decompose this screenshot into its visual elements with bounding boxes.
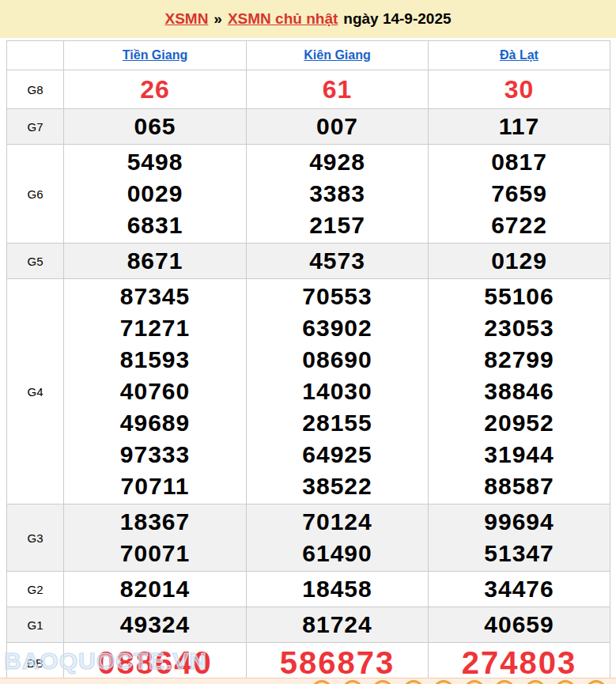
result-value: 18367 — [64, 506, 246, 538]
result-value: 31944 — [429, 439, 610, 470]
xsmn-sunday-link[interactable]: XSMN chủ nhật — [228, 10, 338, 28]
result-cell: 1836770071 — [64, 504, 247, 572]
result-cell: 549800296831 — [64, 145, 247, 244]
result-value: 23053 — [429, 312, 610, 344]
result-value: 4573 — [247, 245, 428, 277]
result-value: 30 — [429, 72, 610, 107]
result-cell: 007 — [247, 109, 429, 145]
result-value: 117 — [429, 111, 610, 142]
province-link-kien-giang[interactable]: Kiên Giang — [304, 48, 370, 62]
prize-label: G5 — [7, 244, 64, 279]
result-value: 63902 — [247, 312, 428, 344]
lotto-ball-icon — [372, 680, 393, 684]
table-header-row: Tiền Giang Kiên Giang Đà Lạt — [7, 41, 610, 70]
result-value: 40659 — [429, 609, 610, 641]
result-value: 7659 — [429, 178, 610, 210]
lotto-ball-icon — [555, 680, 576, 684]
province-header-cell: Tiền Giang — [64, 41, 247, 70]
result-value: 70124 — [247, 506, 428, 538]
lotto-ball-icon — [342, 680, 363, 684]
province-link-tien-giang[interactable]: Tiền Giang — [123, 48, 187, 62]
breadcrumb-separator: » — [214, 10, 222, 28]
result-value: 51347 — [429, 538, 610, 569]
province-header-cell: Đà Lạt — [429, 41, 610, 70]
result-value: 065 — [64, 111, 246, 142]
result-value: 3383 — [247, 178, 428, 210]
result-value: 88587 — [429, 470, 610, 502]
result-value: 87345 — [64, 281, 246, 312]
result-value: 0029 — [64, 178, 246, 210]
result-value: 38522 — [247, 470, 428, 502]
result-value: 6722 — [429, 210, 610, 241]
prize-label: G8 — [7, 70, 64, 109]
result-value: 38846 — [429, 376, 610, 407]
prize-label: G6 — [7, 145, 64, 244]
prize-label: G7 — [7, 109, 64, 145]
result-cell: 70553639020869014030281556492538522 — [247, 279, 429, 504]
result-value: 82014 — [64, 573, 246, 605]
result-value: 274803 — [429, 644, 610, 682]
table-row: G6549800296831492833832157081776596722 — [7, 145, 610, 244]
result-value: 20952 — [429, 407, 610, 439]
result-value: 08690 — [247, 344, 428, 376]
lotto-ball-icon — [494, 680, 515, 684]
table-row: G3183677007170124614909969451347 — [7, 504, 610, 572]
result-value: 61490 — [247, 538, 428, 569]
result-value: 40760 — [64, 376, 246, 407]
result-value: 97333 — [64, 439, 246, 470]
result-value: 0129 — [429, 245, 610, 277]
table-row: G7065007117 — [7, 109, 610, 145]
result-cell: 492833832157 — [247, 145, 429, 244]
province-header-cell: Kiên Giang — [247, 41, 429, 70]
result-value: 6831 — [64, 210, 246, 241]
lotto-ball-icon — [525, 680, 546, 684]
result-value: 70553 — [247, 281, 428, 312]
table-row: G8266130 — [7, 70, 610, 109]
table-row: G487345712718159340760496899733370711705… — [7, 279, 610, 504]
lotto-ball-icon — [312, 680, 332, 684]
result-value: 82799 — [429, 344, 610, 376]
result-value: 2157 — [247, 210, 428, 241]
page-header: XSMN » XSMN chủ nhật ngày 14-9-2025 — [0, 0, 616, 38]
result-cell: 30 — [429, 70, 610, 109]
result-value: 28155 — [247, 407, 428, 439]
lotto-ball-icon — [403, 680, 424, 684]
result-value: 49689 — [64, 407, 246, 439]
result-value: 55106 — [429, 281, 610, 312]
result-cell: 55106230538279938846209523194488587 — [429, 279, 610, 504]
lotto-ball-strip — [0, 678, 616, 684]
result-value: 8671 — [64, 245, 246, 277]
result-value: 81593 — [64, 344, 246, 376]
result-value: 64925 — [247, 439, 428, 470]
result-value: 34476 — [429, 573, 610, 605]
province-link-da-lat[interactable]: Đà Lạt — [500, 48, 539, 62]
result-value: 49324 — [64, 609, 246, 641]
result-cell: 26 — [64, 70, 247, 109]
table-row: G5867145730129 — [7, 244, 610, 279]
result-value: 71271 — [64, 312, 246, 344]
prize-label: G1 — [7, 607, 64, 643]
result-value: 70711 — [64, 470, 246, 502]
results-table: Tiền Giang Kiên Giang Đà Lạt G8266130G70… — [6, 40, 610, 684]
result-value: 18458 — [247, 573, 428, 605]
result-value: 586873 — [247, 644, 428, 682]
xsmn-breadcrumb-link[interactable]: XSMN — [164, 10, 208, 28]
result-cell: 40659 — [429, 607, 610, 643]
result-cell: 117 — [429, 109, 610, 145]
result-cell: 82014 — [64, 572, 247, 607]
result-cell: 81724 — [247, 607, 429, 643]
table-row: G1493248172440659 — [7, 607, 610, 643]
result-cell: 34476 — [429, 572, 610, 607]
result-value: 26 — [64, 72, 246, 107]
prize-label: G3 — [7, 504, 64, 572]
result-value: 0817 — [429, 146, 610, 178]
result-cell: 7012461490 — [247, 504, 429, 572]
prize-label: G4 — [7, 279, 64, 504]
result-cell: 61 — [247, 70, 429, 109]
result-cell: 4573 — [247, 244, 429, 279]
lotto-ball-icon — [464, 680, 485, 684]
result-cell: 49324 — [64, 607, 247, 643]
result-value: 61 — [247, 72, 428, 107]
result-value: 99694 — [429, 506, 610, 538]
corner-cell — [7, 41, 64, 70]
